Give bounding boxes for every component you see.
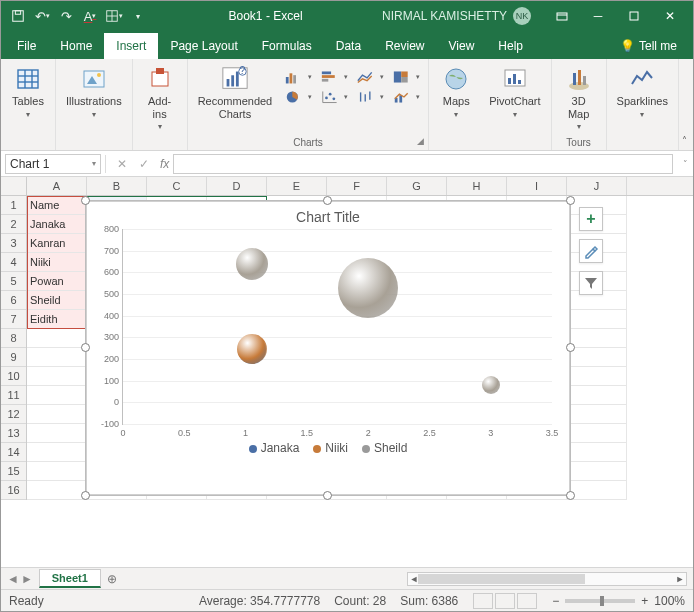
resize-handle[interactable] (323, 491, 332, 500)
enter-formula-icon[interactable]: ✓ (134, 154, 154, 174)
tab-formulas[interactable]: Formulas (250, 33, 324, 59)
tab-view[interactable]: View (437, 33, 487, 59)
qat-customize-icon[interactable]: ▾ (127, 5, 149, 27)
stock-chart-icon[interactable]: ▾ (356, 89, 384, 105)
sheet-nav-next[interactable]: ► (21, 572, 33, 586)
cell-J11[interactable] (567, 386, 627, 405)
row-header[interactable]: 14 (1, 443, 26, 462)
cell-A13[interactable] (27, 424, 87, 443)
tab-review[interactable]: Review (373, 33, 436, 59)
row-header[interactable]: 11 (1, 386, 26, 405)
close-button[interactable]: ✕ (653, 5, 687, 27)
font-color-icon[interactable]: A▾ (79, 5, 101, 27)
zoom-out-icon[interactable]: − (552, 594, 559, 608)
zoom-slider[interactable] (565, 599, 635, 603)
cell-A2[interactable]: Janaka (27, 215, 87, 234)
formula-bar[interactable] (173, 154, 673, 174)
row-header[interactable]: 12 (1, 405, 26, 424)
bar-chart-icon[interactable]: ▾ (320, 69, 348, 85)
fx-icon[interactable]: fx (160, 157, 169, 171)
sparklines-button[interactable]: Sparklines▾ (613, 63, 672, 121)
cell-J13[interactable] (567, 424, 627, 443)
chart-title[interactable]: Chart Title (86, 209, 570, 225)
pie-chart-icon[interactable]: ▾ (284, 89, 312, 105)
maps-button[interactable]: Maps▾ (435, 63, 477, 121)
cell-J15[interactable] (567, 462, 627, 481)
column-header[interactable]: G (387, 177, 447, 195)
row-header[interactable]: 10 (1, 367, 26, 386)
cell-J16[interactable] (567, 481, 627, 500)
charts-dialog-launcher[interactable]: ◢ (417, 136, 424, 146)
tab-insert[interactable]: Insert (104, 33, 158, 59)
zoom-in-icon[interactable]: + (641, 594, 648, 608)
column-header[interactable]: J (567, 177, 627, 195)
cell-A1[interactable]: Name (27, 196, 87, 215)
cancel-formula-icon[interactable]: ✕ (112, 154, 132, 174)
embedded-chart[interactable]: Chart Title -100010020030040050060070080… (85, 200, 571, 496)
bubble-point[interactable] (236, 248, 268, 280)
sheet-tab[interactable]: Sheet1 (39, 569, 101, 588)
save-icon[interactable] (7, 5, 29, 27)
map3d-button[interactable]: 3D Map▾ (558, 63, 600, 133)
view-normal-button[interactable] (473, 593, 493, 609)
tab-help[interactable]: Help (486, 33, 535, 59)
chart-filters-button[interactable] (579, 271, 603, 295)
bubble-point[interactable] (482, 376, 500, 394)
row-header[interactable]: 5 (1, 272, 26, 291)
ribbon-options-icon[interactable] (545, 5, 579, 27)
row-header[interactable]: 8 (1, 329, 26, 348)
resize-handle[interactable] (81, 343, 90, 352)
cell-A12[interactable] (27, 405, 87, 424)
expand-formula-bar-icon[interactable]: ˅ (677, 159, 693, 169)
cell-A14[interactable] (27, 443, 87, 462)
cell-J8[interactable] (567, 329, 627, 348)
cell-A16[interactable] (27, 481, 87, 500)
row-header[interactable]: 9 (1, 348, 26, 367)
horizontal-scrollbar[interactable]: ◄ ► (407, 572, 687, 586)
row-header[interactable]: 2 (1, 215, 26, 234)
tab-home[interactable]: Home (48, 33, 104, 59)
redo-icon[interactable]: ↷ (55, 5, 77, 27)
treemap-chart-icon[interactable]: ▾ (392, 69, 420, 85)
addins-button[interactable]: Add- ins▾ (139, 63, 181, 133)
tab-page-layout[interactable]: Page Layout (158, 33, 249, 59)
maximize-button[interactable] (617, 5, 651, 27)
sheet-nav-prev[interactable]: ◄ (7, 572, 19, 586)
row-header[interactable]: 1 (1, 196, 26, 215)
resize-handle[interactable] (566, 343, 575, 352)
row-header[interactable]: 15 (1, 462, 26, 481)
row-header[interactable]: 4 (1, 253, 26, 272)
chart-legend[interactable]: Janaka Niiki Sheild (86, 429, 570, 459)
row-header[interactable]: 7 (1, 310, 26, 329)
row-header[interactable]: 13 (1, 424, 26, 443)
cell-A10[interactable] (27, 367, 87, 386)
column-chart-icon[interactable]: ▾ (284, 69, 312, 85)
cell-J7[interactable] (567, 310, 627, 329)
chart-elements-button[interactable]: + (579, 207, 603, 231)
tables-button[interactable]: Tables▾ (7, 63, 49, 121)
column-header[interactable]: I (507, 177, 567, 195)
scroll-thumb[interactable] (418, 574, 585, 584)
cell-A6[interactable]: Sheild (27, 291, 87, 310)
cell-A4[interactable]: Niiki (27, 253, 87, 272)
column-header[interactable]: F (327, 177, 387, 195)
borders-icon[interactable]: ▾ (103, 5, 125, 27)
collapse-ribbon-icon[interactable]: ˄ (682, 135, 687, 146)
cell-A3[interactable]: Kanran (27, 234, 87, 253)
column-header[interactable]: E (267, 177, 327, 195)
combo-chart-icon[interactable]: ▾ (392, 89, 420, 105)
scatter-chart-icon[interactable]: ▾ (320, 89, 348, 105)
cell-A9[interactable] (27, 348, 87, 367)
column-header[interactable]: D (207, 177, 267, 195)
zoom-control[interactable]: −+100% (552, 594, 685, 608)
column-header[interactable]: H (447, 177, 507, 195)
recommended-charts-button[interactable]: ?Recommended Charts (194, 63, 277, 122)
resize-handle[interactable] (81, 196, 90, 205)
filters-button[interactable]: Fil (685, 63, 694, 110)
column-header[interactable]: B (87, 177, 147, 195)
view-pagelayout-button[interactable] (495, 593, 515, 609)
name-box[interactable]: Chart 1▾ (5, 154, 101, 174)
bubble-point[interactable] (338, 258, 398, 318)
tell-me[interactable]: 💡Tell me (608, 33, 689, 59)
account-area[interactable]: NIRMAL KAMISHETTY NK (382, 7, 531, 25)
